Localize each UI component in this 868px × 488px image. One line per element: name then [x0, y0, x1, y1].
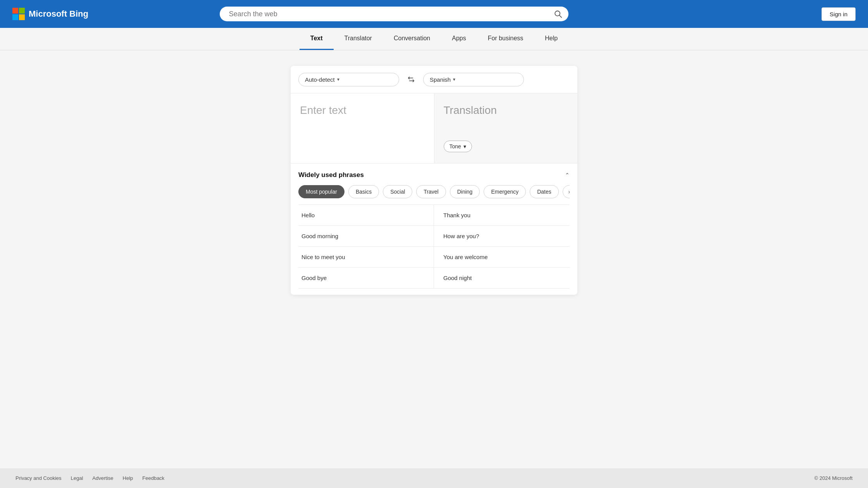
category-tab-travel[interactable]: Travel	[416, 185, 446, 198]
input-pane[interactable]: Enter text	[291, 93, 434, 163]
source-lang-chevron-icon: ▾	[337, 77, 339, 82]
target-language-selector[interactable]: Spanish ▾	[423, 73, 524, 86]
output-pane: Translation Tone ▾	[434, 93, 578, 163]
tone-button[interactable]: Tone ▾	[444, 141, 472, 152]
phrase-item[interactable]: Good bye	[298, 268, 434, 289]
svg-line-5	[559, 15, 561, 17]
tone-label: Tone	[450, 143, 461, 149]
svg-rect-3	[19, 14, 25, 20]
category-tab-dining[interactable]: Dining	[450, 185, 480, 198]
phrases-title: Widely used phrases	[298, 171, 364, 179]
translator-card: Auto-detect ▾ Spanish ▾ Enter text Trans…	[291, 66, 577, 295]
phrase-item[interactable]: Thank you	[434, 205, 570, 226]
svg-rect-0	[12, 8, 18, 14]
target-lang-label: Spanish	[430, 76, 451, 83]
footer-link-help[interactable]: Help	[123, 475, 133, 481]
swap-icon	[407, 75, 415, 84]
category-tab-basics[interactable]: Basics	[348, 185, 379, 198]
phrase-item[interactable]: Good night	[434, 268, 570, 289]
nav-item-for-business[interactable]: For business	[477, 28, 534, 50]
swap-languages-button[interactable]	[404, 72, 418, 87]
scroll-right-button[interactable]: ›	[563, 185, 570, 198]
nav-item-help[interactable]: Help	[534, 28, 568, 50]
footer: Privacy and CookiesLegalAdvertiseHelpFee…	[0, 468, 868, 488]
language-selectors: Auto-detect ▾ Spanish ▾	[291, 66, 577, 93]
microsoft-logo-icon	[12, 8, 25, 20]
tone-chevron-icon: ▾	[463, 143, 466, 149]
sign-in-button[interactable]: Sign in	[822, 7, 856, 21]
main-content: Auto-detect ▾ Spanish ▾ Enter text Trans…	[0, 50, 868, 468]
footer-link-legal[interactable]: Legal	[71, 475, 83, 481]
bing-logo-text: Microsoft Bing	[29, 9, 88, 19]
category-tab-dates[interactable]: Dates	[530, 185, 559, 198]
footer-links: Privacy and CookiesLegalAdvertiseHelpFee…	[16, 475, 164, 481]
search-icon	[554, 10, 562, 18]
category-tab-most-popular[interactable]: Most popular	[298, 185, 344, 198]
svg-rect-1	[19, 8, 25, 14]
category-tabs: Most popularBasicsSocialTravelDiningEmer…	[298, 185, 570, 198]
nav-bar: TextTranslatorConversationAppsFor busine…	[0, 28, 868, 50]
nav-item-conversation[interactable]: Conversation	[383, 28, 441, 50]
footer-copyright: © 2024 Microsoft	[815, 475, 852, 481]
search-button[interactable]	[554, 10, 562, 18]
bing-logo[interactable]: Microsoft Bing	[12, 8, 88, 20]
phrase-item[interactable]: You are welcome	[434, 247, 570, 268]
phrase-item[interactable]: Hello	[298, 205, 434, 226]
search-input[interactable]	[229, 10, 551, 18]
phrase-item[interactable]: How are you?	[434, 226, 570, 247]
footer-link-advertise[interactable]: Advertise	[92, 475, 113, 481]
translation-area: Enter text Translation Tone ▾	[291, 93, 577, 163]
category-tab-emergency[interactable]: Emergency	[484, 185, 526, 198]
phrase-item[interactable]: Good morning	[298, 226, 434, 247]
phrases-header: Widely used phrases ⌃	[298, 171, 570, 179]
header: Microsoft Bing Sign in	[0, 0, 868, 28]
nav-item-text[interactable]: Text	[300, 28, 334, 50]
source-language-selector[interactable]: Auto-detect ▾	[298, 73, 399, 86]
nav-item-apps[interactable]: Apps	[441, 28, 477, 50]
nav-item-translator[interactable]: Translator	[334, 28, 383, 50]
footer-link-privacy-and-cookies[interactable]: Privacy and Cookies	[16, 475, 62, 481]
target-lang-chevron-icon: ▾	[453, 77, 455, 82]
category-tab-social[interactable]: Social	[383, 185, 412, 198]
collapse-icon[interactable]: ⌃	[565, 172, 570, 178]
phrases-section: Widely used phrases ⌃ Most popularBasics…	[291, 163, 577, 295]
enter-text-placeholder: Enter text	[300, 104, 346, 116]
search-bar-container	[220, 7, 568, 21]
phrase-item[interactable]: Nice to meet you	[298, 247, 434, 268]
source-lang-label: Auto-detect	[305, 76, 335, 83]
search-bar	[220, 7, 568, 21]
footer-link-feedback[interactable]: Feedback	[142, 475, 164, 481]
phrases-list: HelloThank youGood morningHow are you?Ni…	[298, 204, 570, 289]
translation-placeholder: Translation	[444, 104, 568, 141]
svg-rect-2	[12, 14, 18, 20]
